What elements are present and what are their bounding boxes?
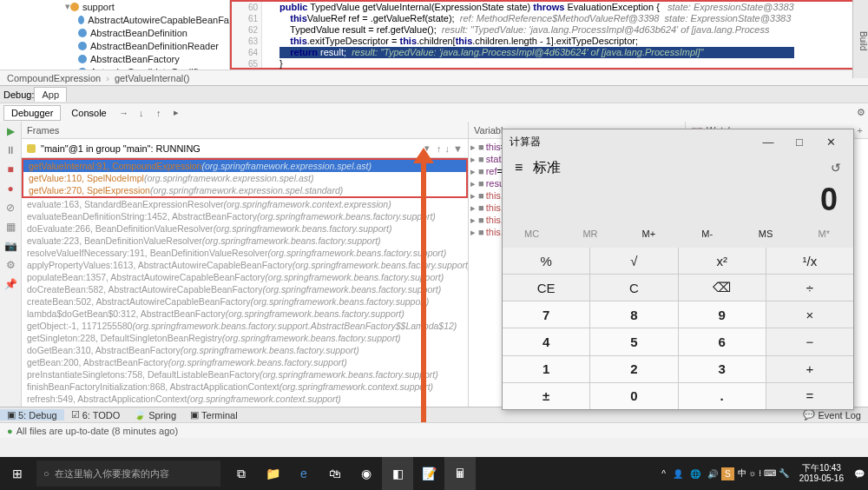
- explorer-icon[interactable]: 📁: [257, 457, 288, 490]
- calc-key-9[interactable]: 9: [679, 301, 766, 328]
- calc-key-x²[interactable]: x²: [679, 248, 766, 274]
- calc-key-1[interactable]: 1: [503, 356, 589, 382]
- project-tree[interactable]: ▾ support AbstractAutowireCapableBeanFa …: [0, 0, 230, 70]
- chrome-icon[interactable]: ◉: [351, 457, 382, 490]
- tab-spring[interactable]: 🍃 Spring: [127, 409, 183, 420]
- people-icon[interactable]: 👤: [669, 469, 687, 479]
- stack-frame[interactable]: preInstantiateSingletons:758, DefaultLis…: [22, 368, 468, 381]
- stop-icon[interactable]: ■: [4, 163, 16, 175]
- tab-console[interactable]: Console: [64, 106, 113, 120]
- calc-key-4[interactable]: 4: [503, 328, 589, 354]
- settings-icon[interactable]: ⚙: [854, 106, 868, 120]
- tree-item[interactable]: AbstractAutowireCapableBeanFa: [88, 15, 229, 25]
- calc-key-+[interactable]: +: [766, 356, 853, 382]
- calc-key-3[interactable]: 3: [679, 356, 766, 382]
- calc-key-0[interactable]: 0: [590, 383, 677, 409]
- stack-frame[interactable]: applyPropertyValues:1613, AbstractAutowi…: [22, 259, 468, 271]
- tab-app[interactable]: App: [34, 87, 67, 102]
- stack-frame[interactable]: evaluateBeanDefinitionString:1452, Abstr…: [22, 210, 468, 222]
- history-icon[interactable]: ↺: [831, 161, 841, 175]
- edge-icon[interactable]: e: [288, 457, 319, 490]
- step-over-icon[interactable]: →: [117, 106, 131, 120]
- calc-key-7[interactable]: 7: [503, 301, 589, 328]
- stack-frame[interactable]: evaluate:163, StandardBeanExpressionReso…: [22, 198, 468, 210]
- frame-down-icon[interactable]: ↓: [445, 143, 450, 154]
- stack-frame[interactable]: getSingleton:228, DefaultSingletonBeanRe…: [22, 332, 468, 344]
- store-icon[interactable]: 🛍: [319, 457, 351, 490]
- intellij-icon[interactable]: ◧: [382, 457, 413, 490]
- calc-key-2[interactable]: 2: [590, 356, 677, 382]
- maximize-button[interactable]: □: [784, 136, 815, 149]
- notepad-icon[interactable]: 📝: [413, 457, 444, 490]
- calc-key-⌫[interactable]: ⌫: [679, 275, 766, 301]
- volume-icon[interactable]: 🔊: [704, 469, 721, 479]
- calc-key-%[interactable]: %: [503, 248, 589, 274]
- calc-key-6[interactable]: 6: [679, 328, 766, 354]
- calc-key-¹/x[interactable]: ¹/x: [766, 248, 853, 274]
- calc-key-.[interactable]: .: [679, 383, 766, 409]
- event-log[interactable]: 💬 Event Log: [796, 409, 868, 420]
- step-out-icon[interactable]: ↑: [152, 106, 166, 120]
- thread-selector[interactable]: "main"@1 in group "main": RUNNING ▾ ↑ ↓ …: [22, 139, 468, 158]
- run-to-cursor-icon[interactable]: ▸: [169, 106, 183, 120]
- mute-icon[interactable]: ⊘: [4, 202, 16, 214]
- frames-list[interactable]: getValueInternal:91, CompoundExpression …: [22, 158, 468, 422]
- stack-frame[interactable]: doCreateBean:582, AbstractAutowireCapabl…: [22, 283, 468, 295]
- calculator-icon[interactable]: 🖩: [444, 457, 476, 490]
- tree-item[interactable]: AbstractBeanDefinition: [90, 28, 187, 38]
- stack-frame[interactable]: evaluate:223, BeanDefinitionValueResolve…: [22, 235, 468, 247]
- calc-key-=[interactable]: =: [766, 383, 853, 409]
- calculator-window[interactable]: 计算器 — □ ✕ ≡ 标准 ↺ 0 MC MR M+ M- MS M* %√x…: [502, 129, 854, 410]
- tab-todo[interactable]: ☑ 6: TODO: [64, 409, 128, 420]
- code-editor[interactable]: 606162636465 public TypedValue getValueI…: [230, 0, 868, 70]
- calc-key-√[interactable]: √: [590, 248, 677, 274]
- network-icon[interactable]: 🌐: [687, 469, 704, 479]
- pin-icon[interactable]: 📌: [4, 278, 16, 290]
- tray-icon[interactable]: ^: [658, 469, 669, 479]
- settings-icon[interactable]: ⚙: [4, 259, 16, 271]
- start-button[interactable]: ⊞: [0, 457, 35, 490]
- camera-icon[interactable]: 📷: [4, 240, 16, 252]
- stack-frame[interactable]: doEvaluate:266, BeanDefinitionValueResol…: [22, 222, 468, 235]
- breakpoints-icon[interactable]: ●: [4, 182, 16, 195]
- close-button[interactable]: ✕: [815, 136, 846, 149]
- stack-frame[interactable]: finishBeanFactoryInitialization:868, Abs…: [22, 381, 468, 393]
- calc-key-CE[interactable]: CE: [503, 275, 589, 301]
- tab-debugger[interactable]: Debugger: [3, 105, 61, 121]
- calc-key-8[interactable]: 8: [590, 301, 677, 328]
- stack-frame[interactable]: createBean:502, AbstractAutowireCapableB…: [22, 295, 468, 308]
- filter-icon[interactable]: ▼: [453, 143, 463, 154]
- search-box[interactable]: ○ 在这里输入你要搜索的内容: [36, 460, 220, 487]
- calc-key-±[interactable]: ±: [503, 383, 589, 409]
- calc-key-C[interactable]: C: [590, 275, 677, 301]
- resume-icon[interactable]: ▶: [4, 125, 16, 137]
- step-into-icon[interactable]: ↓: [135, 106, 148, 120]
- ime-icon[interactable]: S: [721, 467, 734, 480]
- tab-debug[interactable]: ▣ 5: Debug: [0, 409, 64, 420]
- pkg-name[interactable]: support: [82, 2, 115, 12]
- tree-item[interactable]: AbstractBeanFactory: [90, 54, 180, 64]
- breadcrumb[interactable]: CompoundExpression›getValueInternal(): [0, 70, 868, 85]
- stack-frame[interactable]: getValue:110, SpelNodeImpl (org.springfr…: [23, 172, 466, 184]
- stack-frame[interactable]: refresh:549, AbstractApplicationContext …: [22, 393, 468, 405]
- stack-frame[interactable]: getBean:200, AbstractBeanFactory (org.sp…: [22, 356, 468, 368]
- calc-key-×[interactable]: ×: [766, 301, 853, 328]
- stack-frame[interactable]: getObject:-1, 1171255580 (org.springfram…: [22, 320, 468, 332]
- menu-icon[interactable]: ≡: [515, 160, 523, 175]
- calc-key-÷[interactable]: ÷: [766, 275, 853, 301]
- right-tool-rail[interactable]: Build: [852, 0, 868, 78]
- calc-key-5[interactable]: 5: [590, 328, 677, 354]
- ime-lang[interactable]: 中 ☼ ⁞ ⌨ 🔧: [734, 467, 792, 480]
- pause-icon[interactable]: ⏸: [4, 144, 16, 156]
- tab-terminal[interactable]: ▣ Terminal: [183, 409, 245, 420]
- calc-key-−[interactable]: −: [766, 328, 853, 354]
- stack-frame[interactable]: getValueInternal:91, CompoundExpression …: [23, 160, 466, 172]
- task-view-icon[interactable]: ⧉: [226, 457, 257, 490]
- stack-frame[interactable]: lambda$doGetBean$0:312, AbstractBeanFact…: [22, 308, 468, 320]
- layout-icon[interactable]: ▦: [4, 221, 16, 233]
- minimize-button[interactable]: —: [753, 136, 784, 149]
- tree-item[interactable]: AbstractBeanDefinitionReader: [90, 41, 219, 51]
- stack-frame[interactable]: resolveValueIfNecessary:191, BeanDefinit…: [22, 247, 468, 259]
- stack-frame[interactable]: populateBean:1357, AbstractAutowireCapab…: [22, 271, 468, 283]
- stack-frame[interactable]: getValue:270, SpelExpression (org.spring…: [23, 184, 466, 196]
